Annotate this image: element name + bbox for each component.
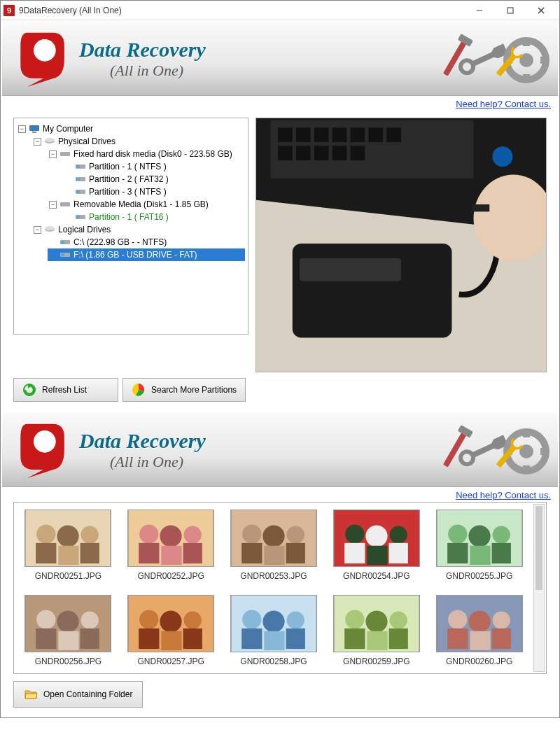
thumbnail-item[interactable]: GNDR00254.JPG — [329, 510, 424, 581]
scrollbar-thumb[interactable] — [536, 506, 542, 590]
drive-icon — [44, 224, 55, 235]
svg-point-106 — [37, 610, 56, 629]
svg-rect-27 — [76, 190, 80, 193]
svg-rect-75 — [59, 546, 79, 565]
svg-rect-81 — [139, 543, 159, 563]
scrollbar[interactable] — [533, 504, 545, 672]
svg-rect-123 — [241, 629, 262, 649]
svg-rect-103 — [470, 546, 490, 565]
thumbnail-label: GNDR00258.JPG — [227, 657, 321, 666]
svg-rect-25 — [76, 178, 80, 181]
thumbnail-item[interactable]: GNDR00256.JPG — [21, 595, 115, 666]
svg-rect-117 — [162, 631, 182, 650]
thumbnail-item[interactable]: GNDR00252.JPG — [124, 510, 218, 581]
thumbnail-item[interactable]: GNDR00259.JPG — [329, 595, 424, 666]
svg-point-136 — [492, 611, 510, 629]
svg-point-73 — [81, 526, 99, 543]
svg-rect-74 — [36, 543, 57, 563]
svg-rect-110 — [59, 631, 79, 650]
svg-point-100 — [468, 525, 490, 547]
svg-point-59 — [34, 430, 56, 453]
collapse-icon[interactable]: − — [34, 226, 41, 234]
svg-point-94 — [389, 526, 407, 543]
tree-node-f-drive[interactable]: F:\ (1.86 GB - USB DRIVE - FAT) — [48, 248, 245, 261]
svg-rect-55 — [472, 204, 489, 211]
collapse-icon[interactable]: − — [49, 201, 57, 209]
svg-rect-51 — [351, 146, 365, 160]
svg-rect-95 — [344, 543, 365, 563]
maximize-button[interactable] — [495, 1, 526, 20]
tree-node-c-drive[interactable]: C:\ (222.98 GB - - NTFS) — [48, 236, 245, 248]
node-label: Physical Drives — [58, 136, 115, 146]
tree-node-disk0[interactable]: −Fixed hard disk media (Disk0 - 223.58 G… — [48, 148, 245, 160]
thumbnail-image — [333, 510, 420, 567]
node-label: Logical Drives — [58, 225, 111, 234]
banner: Data Recovery (All in One) — [2, 22, 558, 96]
thumbnail-label: GNDR00256.JPG — [21, 657, 115, 666]
help-link[interactable]: Need help? Contact us. — [456, 99, 551, 109]
svg-rect-36 — [61, 253, 64, 256]
thumbnail-item[interactable]: GNDR00257.JPG — [124, 595, 218, 666]
thumbnail-item[interactable]: GNDR00253.JPG — [227, 510, 321, 581]
search-more-button[interactable]: Search More Partitions — [122, 378, 246, 402]
svg-rect-47 — [278, 146, 293, 160]
button-label: Search More Partitions — [151, 385, 237, 395]
tree-node-my-computer[interactable]: −My Computer — [17, 122, 245, 135]
thumbnail-item[interactable]: GNDR00251.JPG — [21, 510, 115, 581]
svg-rect-96 — [367, 546, 387, 565]
thumbnail-item[interactable]: GNDR00260.JPG — [432, 595, 526, 666]
minimize-button[interactable] — [464, 1, 495, 20]
svg-point-135 — [468, 610, 490, 632]
svg-rect-90 — [286, 543, 305, 563]
collapse-icon[interactable]: − — [49, 150, 57, 158]
tree-node-partition[interactable]: Partition - 1 ( NTFS ) — [63, 160, 245, 173]
svg-point-79 — [160, 525, 182, 547]
thumbnail-label: GNDR00252.JPG — [124, 571, 218, 581]
open-folder-button[interactable]: Open Containing Folder — [13, 681, 143, 708]
thumbnail-item[interactable]: GNDR00258.JPG — [227, 595, 321, 666]
tree-node-disk1[interactable]: −Removable Media (Disk1 - 1.85 GB) — [48, 198, 245, 211]
collapse-icon[interactable]: − — [18, 125, 26, 133]
thumbnail-image — [436, 595, 523, 652]
svg-point-108 — [81, 611, 99, 629]
tree-node-logical-drives[interactable]: −Logical Drives — [32, 223, 245, 236]
thumbnail-label: GNDR00254.JPG — [329, 571, 424, 581]
titlebar: 9 9DataRecovery (All In One) — [1, 1, 559, 20]
partition-icon — [75, 186, 86, 197]
banner-text: Data Recovery (All in One) — [79, 38, 206, 80]
refresh-button[interactable]: Refresh List — [13, 378, 118, 402]
svg-point-92 — [345, 524, 364, 543]
close-button[interactable] — [526, 1, 556, 20]
tree-node-partition[interactable]: Partition - 1 ( FAT16 ) — [63, 211, 245, 223]
pie-icon — [132, 383, 146, 397]
app-window: 9 9DataRecovery (All In One) Data Recove… — [0, 0, 560, 718]
banner-text: Data Recovery (All in One) — [79, 429, 206, 471]
svg-rect-40 — [278, 127, 293, 142]
logo-icon — [16, 421, 71, 479]
thumbnail-label: GNDR00251.JPG — [21, 571, 115, 581]
partition-icon — [75, 211, 86, 223]
button-label: Refresh List — [42, 385, 87, 395]
svg-point-99 — [448, 524, 467, 543]
node-label: C:\ (222.98 GB - - NTFS) — [74, 237, 167, 247]
tree-node-partition[interactable]: Partition - 3 ( NTFS ) — [63, 185, 245, 198]
svg-rect-53 — [300, 258, 401, 281]
banner-subtitle: (All in One) — [110, 453, 206, 471]
tree-node-physical-drives[interactable]: −Physical Drives — [32, 135, 245, 148]
tree-node-partition[interactable]: Partition - 2 ( FAT32 ) — [63, 173, 245, 185]
svg-rect-43 — [332, 127, 347, 142]
svg-point-80 — [184, 526, 202, 543]
svg-point-115 — [184, 611, 202, 629]
svg-point-122 — [287, 611, 304, 629]
thumbnail-item[interactable]: GNDR00255.JPG — [432, 510, 526, 581]
hdd-icon — [59, 148, 71, 160]
help-link-row: Need help? Contact us. — [1, 97, 559, 111]
svg-point-107 — [57, 610, 79, 632]
svg-point-32 — [45, 226, 55, 230]
svg-rect-23 — [76, 165, 80, 168]
hdd-icon — [59, 199, 71, 210]
collapse-icon[interactable]: − — [34, 138, 41, 146]
svg-rect-41 — [296, 127, 311, 142]
drive-tree[interactable]: −My Computer −Physical Drives −Fixed har… — [13, 118, 248, 335]
help-link[interactable]: Need help? Contact us. — [456, 490, 551, 500]
